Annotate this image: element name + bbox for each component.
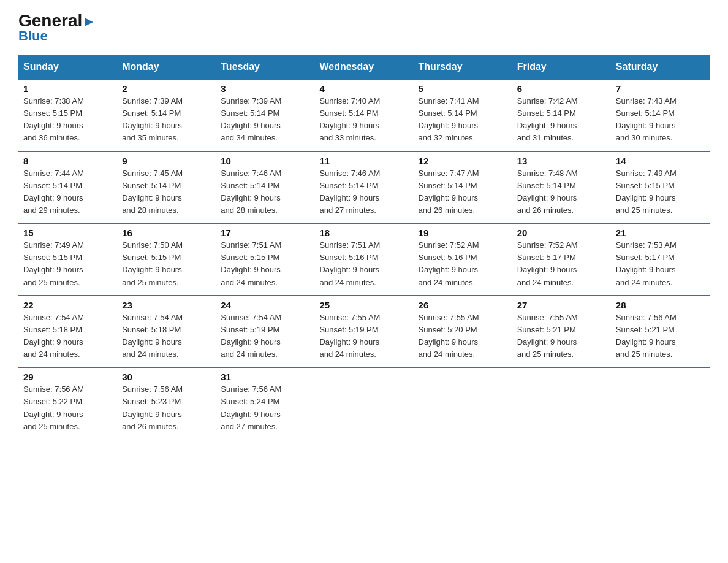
- day-info-line-0: Sunrise: 7:41 AM: [419, 96, 479, 105]
- day-cell-2: 2Sunrise: 7:39 AMSunset: 5:14 PMDaylight…: [117, 79, 216, 151]
- day-number: 20: [517, 228, 606, 238]
- day-info: Sunrise: 7:48 AMSunset: 5:14 PMDaylight:…: [517, 167, 606, 217]
- day-info-line-0: Sunrise: 7:52 AM: [517, 240, 578, 250]
- day-number: 2: [122, 83, 211, 94]
- day-info-line-2: Daylight: 9 hours: [221, 193, 281, 202]
- day-number: 8: [23, 156, 112, 166]
- day-info-line-1: Sunset: 5:14 PM: [419, 109, 477, 118]
- week-row-4: 22Sunrise: 7:54 AMSunset: 5:18 PMDayligh…: [18, 296, 710, 368]
- day-info-line-0: Sunrise: 7:48 AM: [517, 169, 578, 178]
- day-info: Sunrise: 7:55 AMSunset: 5:19 PMDaylight:…: [319, 312, 408, 361]
- empty-cell: [414, 367, 512, 439]
- day-info-line-0: Sunrise: 7:46 AM: [221, 169, 281, 178]
- day-info-line-1: Sunset: 5:14 PM: [419, 181, 477, 190]
- day-info-line-2: Daylight: 9 hours: [616, 193, 676, 202]
- day-number: 16: [122, 228, 211, 238]
- day-info-line-1: Sunset: 5:14 PM: [517, 181, 576, 190]
- day-info-line-0: Sunrise: 7:54 AM: [23, 313, 84, 322]
- day-info: Sunrise: 7:54 AMSunset: 5:18 PMDaylight:…: [122, 312, 211, 361]
- day-info-line-1: Sunset: 5:23 PM: [122, 397, 181, 406]
- header-day-wednesday: Wednesday: [314, 55, 413, 79]
- day-info-line-0: Sunrise: 7:56 AM: [616, 313, 677, 322]
- day-info-line-0: Sunrise: 7:39 AM: [122, 96, 183, 105]
- day-info-line-2: Daylight: 9 hours: [122, 193, 182, 202]
- day-number: 12: [419, 156, 507, 166]
- day-info-line-3: and 26 minutes.: [122, 422, 179, 431]
- day-info-line-3: and 25 minutes.: [616, 350, 673, 359]
- calendar-body: 1Sunrise: 7:38 AMSunset: 5:15 PMDaylight…: [18, 79, 710, 439]
- day-info-line-2: Daylight: 9 hours: [122, 121, 182, 130]
- day-cell-4: 4Sunrise: 7:40 AMSunset: 5:14 PMDaylight…: [314, 79, 413, 151]
- day-info-line-1: Sunset: 5:16 PM: [419, 253, 477, 262]
- day-number: 17: [221, 228, 309, 238]
- day-info-line-0: Sunrise: 7:54 AM: [122, 313, 183, 322]
- day-info-line-2: Daylight: 9 hours: [419, 193, 479, 202]
- day-info-line-0: Sunrise: 7:46 AM: [319, 169, 380, 178]
- day-info-line-3: and 31 minutes.: [517, 133, 574, 142]
- day-info-line-1: Sunset: 5:24 PM: [221, 397, 279, 406]
- day-number: 6: [517, 83, 606, 94]
- empty-cell: [512, 367, 611, 439]
- day-cell-13: 13Sunrise: 7:48 AMSunset: 5:14 PMDayligh…: [512, 151, 611, 224]
- header-day-monday: Monday: [117, 55, 216, 79]
- day-info: Sunrise: 7:49 AMSunset: 5:15 PMDaylight:…: [616, 167, 705, 217]
- day-info-line-2: Daylight: 9 hours: [517, 337, 577, 347]
- day-info-line-1: Sunset: 5:17 PM: [616, 253, 675, 262]
- day-info-line-2: Daylight: 9 hours: [319, 265, 379, 274]
- day-info-line-2: Daylight: 9 hours: [517, 121, 577, 130]
- day-info-line-3: and 24 minutes.: [221, 350, 278, 359]
- day-info: Sunrise: 7:38 AMSunset: 5:15 PMDaylight:…: [23, 95, 112, 145]
- day-cell-6: 6Sunrise: 7:42 AMSunset: 5:14 PMDaylight…: [512, 79, 611, 151]
- day-info-line-0: Sunrise: 7:38 AM: [23, 96, 84, 105]
- day-info-line-3: and 25 minutes.: [23, 278, 80, 287]
- day-info-line-1: Sunset: 5:14 PM: [23, 181, 82, 190]
- day-number: 27: [517, 300, 606, 310]
- day-number: 11: [319, 156, 408, 166]
- empty-cell: [314, 367, 413, 439]
- day-cell-22: 22Sunrise: 7:54 AMSunset: 5:18 PMDayligh…: [18, 296, 117, 368]
- day-info: Sunrise: 7:46 AMSunset: 5:14 PMDaylight:…: [221, 167, 309, 217]
- empty-cell: [611, 367, 710, 439]
- day-number: 21: [616, 228, 705, 238]
- header-row: SundayMondayTuesdayWednesdayThursdayFrid…: [18, 55, 710, 79]
- day-info-line-3: and 25 minutes.: [122, 278, 179, 287]
- header-day-thursday: Thursday: [414, 55, 512, 79]
- day-info-line-2: Daylight: 9 hours: [122, 410, 182, 419]
- day-info: Sunrise: 7:44 AMSunset: 5:14 PMDaylight:…: [23, 167, 112, 217]
- day-cell-15: 15Sunrise: 7:49 AMSunset: 5:15 PMDayligh…: [18, 223, 117, 296]
- day-info-line-3: and 24 minutes.: [616, 278, 673, 287]
- header-day-tuesday: Tuesday: [216, 55, 314, 79]
- day-info-line-3: and 24 minutes.: [419, 350, 476, 359]
- day-cell-31: 31Sunrise: 7:56 AMSunset: 5:24 PMDayligh…: [216, 367, 314, 439]
- day-cell-23: 23Sunrise: 7:54 AMSunset: 5:18 PMDayligh…: [117, 296, 216, 368]
- day-info-line-0: Sunrise: 7:56 AM: [23, 385, 84, 394]
- day-info-line-2: Daylight: 9 hours: [616, 337, 676, 347]
- day-info-line-3: and 27 minutes.: [221, 422, 278, 431]
- day-info: Sunrise: 7:42 AMSunset: 5:14 PMDaylight:…: [517, 95, 606, 145]
- logo: General Blue: [18, 12, 94, 44]
- day-info-line-0: Sunrise: 7:56 AM: [221, 385, 281, 394]
- day-info-line-0: Sunrise: 7:53 AM: [616, 240, 677, 250]
- day-info-line-2: Daylight: 9 hours: [616, 121, 676, 130]
- day-info-line-2: Daylight: 9 hours: [616, 265, 676, 274]
- day-info-line-0: Sunrise: 7:54 AM: [221, 313, 281, 322]
- day-number: 3: [221, 83, 309, 94]
- day-info: Sunrise: 7:41 AMSunset: 5:14 PMDaylight:…: [419, 95, 507, 145]
- day-info-line-1: Sunset: 5:21 PM: [616, 325, 675, 334]
- day-info: Sunrise: 7:55 AMSunset: 5:20 PMDaylight:…: [419, 312, 507, 361]
- day-info-line-1: Sunset: 5:15 PM: [616, 181, 675, 190]
- header-day-friday: Friday: [512, 55, 611, 79]
- day-number: 5: [419, 83, 507, 94]
- day-info-line-1: Sunset: 5:20 PM: [419, 325, 477, 334]
- header: General Blue: [18, 12, 710, 44]
- day-info-line-1: Sunset: 5:14 PM: [319, 109, 378, 118]
- day-cell-24: 24Sunrise: 7:54 AMSunset: 5:19 PMDayligh…: [216, 296, 314, 368]
- day-info-line-2: Daylight: 9 hours: [23, 121, 83, 130]
- day-info-line-0: Sunrise: 7:56 AM: [122, 385, 183, 394]
- day-info-line-1: Sunset: 5:14 PM: [122, 109, 181, 118]
- day-info: Sunrise: 7:55 AMSunset: 5:21 PMDaylight:…: [517, 312, 606, 361]
- day-cell-3: 3Sunrise: 7:39 AMSunset: 5:14 PMDaylight…: [216, 79, 314, 151]
- day-cell-7: 7Sunrise: 7:43 AMSunset: 5:14 PMDaylight…: [611, 79, 710, 151]
- day-info-line-1: Sunset: 5:14 PM: [319, 181, 378, 190]
- day-info-line-0: Sunrise: 7:39 AM: [221, 96, 281, 105]
